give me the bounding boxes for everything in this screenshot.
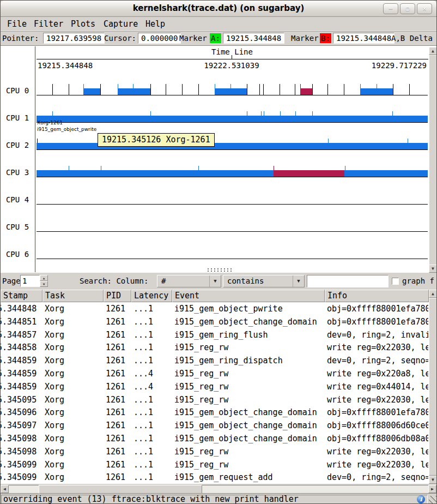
maximize-icon[interactable]: ▢ <box>400 3 415 14</box>
event-tick <box>280 84 280 95</box>
table-row[interactable]: 5.345098Xorg1261...1i915_gem_object_chan… <box>1 432 429 445</box>
cpu-label: CPU 3 <box>3 168 32 177</box>
cursor-label: Cursor: <box>104 32 136 45</box>
timeline-title: Time Line <box>37 47 428 56</box>
column-header-info[interactable]: Info <box>325 290 429 302</box>
table-row[interactable]: 5.344857Xorg1261...1i915_gem_ring_flushd… <box>1 328 429 341</box>
cell-latency: ...1 <box>131 302 172 315</box>
cell-stamp: 5.345098 <box>1 432 43 445</box>
cpu-task-bar <box>37 170 274 177</box>
cell-pid: 1261 <box>104 393 131 406</box>
table-row[interactable]: 5.345099Xorg1261...1i915_reg_rwwrite reg… <box>1 458 429 471</box>
table-row[interactable]: 5.344858Xorg1261...1i915_reg_rwwrite reg… <box>1 341 429 354</box>
cell-task: Xorg <box>43 406 104 419</box>
info-icon[interactable]: i <box>417 495 425 503</box>
cell-latency: ...1 <box>131 393 172 406</box>
cell-stamp: 5.345095 <box>1 393 43 406</box>
cell-task: Xorg <box>43 445 104 458</box>
minimize-icon[interactable]: — <box>383 3 398 14</box>
page-spin-down-icon[interactable]: ▼ <box>40 281 48 287</box>
scroll-down-icon[interactable]: ▼ <box>429 265 437 273</box>
list-vscrollbar[interactable]: ▲ ▼ <box>429 290 437 484</box>
menu-help[interactable]: Help <box>144 17 166 31</box>
event-tooltip: 19215.345126 Xorg-1261 <box>98 133 215 147</box>
column-header-stamp[interactable]: Stamp <box>1 290 43 302</box>
scroll-down-icon[interactable]: ▼ <box>429 476 437 484</box>
cell-event: i915_gem_ring_dispatch <box>172 354 325 367</box>
column-header-latency[interactable]: Latency <box>131 290 172 302</box>
graph-vscroll-thumb[interactable] <box>429 55 437 265</box>
table-row[interactable]: 5.344859Xorg1261...4i915_reg_rwwrite reg… <box>1 380 429 393</box>
menu-filter[interactable]: Filter <box>33 17 64 31</box>
table-row[interactable]: 5.345097Xorg1261...1i915_gem_object_chan… <box>1 419 429 432</box>
list-vscroll-thumb[interactable] <box>429 298 437 476</box>
cell-pid: 1261 <box>104 302 131 315</box>
cell-event: i915_reg_rw <box>172 445 325 458</box>
event-tick <box>312 84 313 95</box>
cell-pid: 1261 <box>104 380 131 393</box>
title-bar[interactable]: kernelshark(trace.dat) (on sugarbay) — ▢… <box>1 1 436 17</box>
event-tick <box>327 84 328 95</box>
cell-pid: 1261 <box>104 419 131 432</box>
cell-pid: 1261 <box>104 471 131 484</box>
pane-splitter-handle[interactable] <box>207 268 232 272</box>
cell-task: Xorg <box>43 471 104 484</box>
event-tick <box>52 84 53 95</box>
cell-stamp: 5.344859 <box>1 380 43 393</box>
cell-latency: ...1 <box>131 445 172 458</box>
table-row[interactable]: 5.345098Xorg1261...1i915_reg_rwwrite reg… <box>1 445 429 458</box>
column-header-pid[interactable]: PID <box>104 290 131 302</box>
cell-info: write reg=0x44014, le <box>325 380 428 393</box>
scroll-up-icon[interactable]: ▲ <box>429 290 437 298</box>
cpu-label: CPU 6 <box>3 250 32 259</box>
cell-event: i915_gem_object_pwrite <box>172 302 325 315</box>
scroll-up-icon[interactable]: ▲ <box>429 47 437 55</box>
column-header-task[interactable]: Task <box>43 290 104 302</box>
timeline-graph-panel[interactable]: Time Line 19215.344848 19222.531039 1922… <box>1 45 436 273</box>
menu-file[interactable]: File <box>6 17 28 31</box>
list-hscroll-thumb[interactable] <box>39 485 202 494</box>
operator-select[interactable]: contains ▼ <box>223 275 305 287</box>
table-row[interactable]: 5.345099Xorg1261...1i915_gem_request_add… <box>1 471 429 484</box>
page-label: Page <box>2 273 21 289</box>
cell-info: dev=0, ring=2, seqno= <box>325 471 428 484</box>
cell-event: i915_gem_ring_flush <box>172 328 325 341</box>
table-row[interactable]: 5.345096Xorg1261...1i915_gem_object_chan… <box>1 406 429 419</box>
graph-follows-checkbox[interactable] <box>392 278 399 285</box>
marker-info-bar: Pointer: 19217.639598 Cursor: 0.000000 M… <box>1 31 436 45</box>
page-spin-up-icon[interactable]: ▲ <box>40 275 48 281</box>
pointer-value: 19217.639598 <box>43 33 105 44</box>
cell-pid: 1261 <box>104 445 131 458</box>
event-tick <box>259 84 260 95</box>
cell-pid: 1261 <box>104 354 131 367</box>
column-header-event[interactable]: Event <box>172 290 325 302</box>
table-row[interactable]: 5.344851Xorg1261...1i915_gem_object_chan… <box>1 315 429 328</box>
table-row[interactable]: 5.344859Xorg1261...1i915_gem_ring_dispat… <box>1 354 429 367</box>
menu-plots[interactable]: Plots <box>70 17 96 31</box>
scroll-right-icon[interactable]: ▶ <box>428 485 436 493</box>
marker-b-label: Marker <box>291 32 319 45</box>
table-row[interactable]: 5.345095Xorg1261...1i915_reg_rwwrite reg… <box>1 393 429 406</box>
column-select[interactable]: # ▼ <box>157 275 221 287</box>
chevron-down-icon: ▼ <box>209 275 221 287</box>
axis-label-center: 19222.531039 <box>177 61 286 70</box>
search-input[interactable] <box>307 275 389 287</box>
cpu-baseline <box>37 177 428 177</box>
event-tick <box>198 84 199 95</box>
table-row[interactable]: 5.344859Xorg1261...4i915_reg_rwwrite reg… <box>1 367 429 380</box>
table-row[interactable]: 5.344848Xorg1261...1i915_gem_object_pwri… <box>1 302 429 315</box>
resize-grip[interactable] <box>429 496 436 503</box>
ab-delta-label: A,B Delta <box>391 32 433 45</box>
menu-capture[interactable]: Capture <box>102 17 139 31</box>
cell-event: i915_reg_rw <box>172 393 325 406</box>
cpu-task-bar <box>274 170 344 177</box>
page-spinner[interactable] <box>20 275 40 287</box>
search-column-label: Search: Column: <box>80 273 148 289</box>
close-icon[interactable]: ✕ <box>417 3 432 14</box>
scroll-left-icon[interactable]: ◀ <box>1 485 9 493</box>
cell-latency: ...1 <box>131 458 172 471</box>
cpu-label: CPU 2 <box>3 141 32 149</box>
cell-event: i915_gem_object_change_domain <box>172 419 325 432</box>
graph-vscrollbar[interactable]: ▲ ▼ <box>429 47 437 273</box>
list-hscrollbar[interactable]: ◀ ▶ <box>1 485 436 494</box>
